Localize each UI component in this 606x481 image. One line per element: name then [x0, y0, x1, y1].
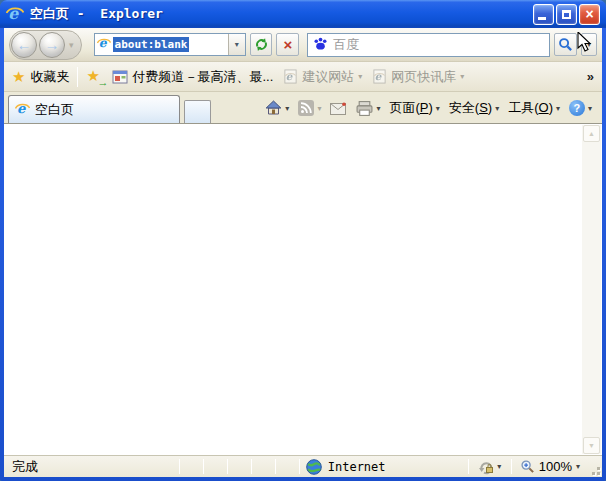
- refresh-icon: [254, 37, 269, 52]
- stop-button[interactable]: ×: [276, 33, 299, 56]
- baidu-paw-icon: [313, 36, 328, 54]
- chevron-down-icon: ▾: [495, 104, 499, 113]
- zone-label: Internet: [328, 460, 386, 474]
- mail-icon: [330, 102, 347, 115]
- tab-bar: e 空白页 ▾: [4, 92, 602, 123]
- page-favicon-icon: e: [97, 36, 111, 53]
- web-slice-gallery-button[interactable]: e 网页快讯库 ▾: [372, 68, 464, 86]
- forward-arrow-icon: →: [45, 37, 60, 52]
- status-pane: [276, 456, 299, 477]
- page-menu-button[interactable]: 页面(P) ▾: [385, 96, 443, 120]
- svg-text:e: e: [8, 4, 19, 22]
- web-slice-gallery-label: 网页快讯库: [391, 68, 456, 86]
- ie-window: e 空白页 - Explorer × ← → ▾ e: [0, 0, 606, 481]
- page-menu-label: 页面(P): [389, 99, 432, 117]
- svg-text:e: e: [98, 36, 107, 50]
- add-to-favorites-bar-button[interactable]: ★ →: [86, 68, 106, 86]
- magnifier-icon: [558, 37, 573, 52]
- ie-logo-icon: e: [6, 4, 24, 25]
- toolbar-overflow-button[interactable]: »: [587, 69, 594, 84]
- search-box[interactable]: 百度: [307, 33, 550, 57]
- tab-label: 空白页: [35, 101, 74, 119]
- suggested-sites-button[interactable]: e 建议网站 ▾: [283, 68, 362, 86]
- scroll-up-button[interactable]: ▲: [583, 125, 600, 142]
- chevron-down-icon: ▾: [460, 72, 464, 81]
- read-mail-button[interactable]: [326, 99, 351, 118]
- home-icon: [265, 100, 282, 116]
- zoom-control[interactable]: 100% ▾: [512, 459, 588, 474]
- protected-mode-icon: [478, 459, 494, 475]
- favorites-link-paid-channel[interactable]: 付费频道－最高清、最...: [112, 68, 273, 86]
- favorites-bar: ★ 收藏夹 ★ → 付费频道－最高清、最... e: [4, 62, 602, 92]
- favorites-link-label: 付费频道－最高清、最...: [132, 68, 273, 86]
- window-controls: ×: [531, 4, 600, 25]
- protected-mode-button[interactable]: ▾: [469, 459, 511, 475]
- ie-page-icon: e: [283, 69, 298, 84]
- search-placeholder: 百度: [333, 36, 359, 54]
- home-button[interactable]: ▾: [261, 97, 293, 119]
- minimize-button[interactable]: [533, 4, 554, 25]
- close-button[interactable]: ×: [579, 4, 600, 25]
- feeds-button[interactable]: ▾: [294, 97, 325, 119]
- title-bar: e 空白页 - Explorer ×: [0, 0, 606, 28]
- back-button[interactable]: ←: [11, 32, 37, 58]
- forward-button[interactable]: →: [39, 32, 65, 58]
- chevron-down-icon: ▾: [317, 104, 321, 113]
- safety-menu-button[interactable]: 安全(S) ▾: [445, 96, 503, 120]
- vertical-scrollbar[interactable]: ▲ ▼: [582, 125, 601, 454]
- rss-feed-icon: [298, 100, 314, 116]
- security-zone-pane: Internet: [300, 459, 468, 475]
- chevron-down-icon: ▾: [588, 104, 592, 113]
- print-button[interactable]: ▾: [352, 98, 384, 119]
- safety-menu-label: 安全(S): [449, 99, 492, 117]
- scroll-down-button[interactable]: ▼: [583, 437, 600, 454]
- address-dropdown-button[interactable]: ▾: [228, 34, 245, 55]
- recent-pages-dropdown[interactable]: ▾: [69, 40, 74, 50]
- command-bar: ▾ ▾: [261, 96, 600, 123]
- status-pane: [252, 456, 275, 477]
- back-arrow-icon: ←: [17, 37, 32, 52]
- svg-text:e: e: [17, 101, 26, 116]
- window-title: 空白页 - Explorer: [30, 5, 163, 23]
- chevron-down-icon: ▾: [436, 104, 440, 113]
- status-pane: [228, 456, 251, 477]
- minimize-icon: [538, 17, 546, 20]
- zoom-magnifier-icon: [520, 459, 535, 474]
- chevron-down-icon: ▾: [497, 462, 501, 471]
- maximize-button[interactable]: [556, 4, 577, 25]
- refresh-button[interactable]: [250, 33, 273, 56]
- chevron-down-icon: ▾: [285, 104, 289, 113]
- favorites-button[interactable]: 收藏夹: [30, 68, 69, 86]
- address-bar[interactable]: e about:blank ▾: [94, 33, 246, 56]
- tab-blank-page[interactable]: e 空白页: [8, 95, 180, 123]
- help-menu-button[interactable]: ? ▾: [565, 97, 596, 119]
- status-pane: [180, 456, 203, 477]
- status-bar: 完成 Internet: [4, 455, 602, 477]
- status-text: 完成: [4, 458, 179, 476]
- divider: [77, 67, 78, 87]
- printer-icon: [356, 101, 373, 116]
- mouse-cursor: [577, 32, 599, 54]
- globe-icon: [306, 459, 322, 475]
- search-button[interactable]: [554, 33, 577, 56]
- chevron-down-icon: ▾: [358, 72, 362, 81]
- maximize-icon: [562, 10, 571, 19]
- close-icon: ×: [585, 7, 593, 21]
- tools-menu-button[interactable]: 工具(O) ▾: [504, 96, 564, 120]
- chevron-down-icon: ▾: [576, 462, 580, 471]
- window-body: ← → ▾ e about:blank ▾: [4, 28, 602, 477]
- scroll-up-icon: ▲: [588, 130, 595, 137]
- navigation-bar: ← → ▾ e about:blank ▾: [4, 28, 602, 62]
- status-pane: [204, 456, 227, 477]
- tab-favicon-icon: e: [15, 101, 30, 119]
- address-value: about:blank: [113, 37, 190, 52]
- green-arrow-icon: →: [97, 77, 108, 88]
- nav-button-group: ← → ▾: [9, 30, 82, 60]
- new-tab-button[interactable]: [184, 100, 211, 123]
- chevron-down-icon: ▾: [376, 104, 380, 113]
- resize-grip[interactable]: [588, 463, 602, 477]
- help-icon: ?: [569, 100, 585, 116]
- site-favicon-icon: [112, 69, 128, 85]
- tools-menu-label: 工具(O): [508, 99, 553, 117]
- ie-page-icon: e: [372, 69, 387, 84]
